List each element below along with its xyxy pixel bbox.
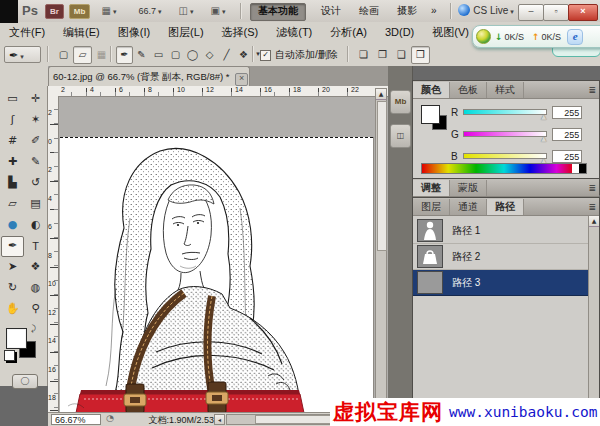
swap-colors-icon[interactable]: ⤸ <box>31 324 36 334</box>
workspace-more-button[interactable]: » <box>428 3 440 19</box>
horizontal-ruler[interactable]: 2 4 6 8 10 12 14 16 18 20 22 <box>58 86 388 97</box>
dodge-tool[interactable]: ◐ <box>24 215 47 236</box>
brush-tool[interactable]: ✎ <box>24 152 47 173</box>
path-name[interactable]: 路径 2 <box>452 250 480 264</box>
menu-analysis[interactable]: 分析(A) <box>321 22 376 43</box>
screen-mode-button[interactable]: ▣▾ <box>204 3 232 19</box>
paths-mode-button[interactable]: ▱ <box>73 46 92 64</box>
collapsed-panel-icon[interactable]: ◫ <box>390 124 411 148</box>
minimize-button[interactable]: – <box>518 4 544 21</box>
document-canvas[interactable] <box>60 137 373 413</box>
path-thumbnail[interactable] <box>417 219 443 242</box>
view-extras-button[interactable]: ◫▾ <box>172 3 200 19</box>
path-thumbnail[interactable] <box>417 245 443 268</box>
menu-image[interactable]: 图像(I) <box>109 22 159 43</box>
scroll-up-icon[interactable]: ▲ <box>589 216 599 227</box>
tab-styles[interactable]: 样式 <box>487 82 524 98</box>
menu-edit[interactable]: 编辑(E) <box>54 22 109 43</box>
menu-filter[interactable]: 滤镜(T) <box>267 22 321 43</box>
pen-tool-button[interactable]: ✒ <box>116 46 133 64</box>
tab-color[interactable]: 颜色 <box>413 82 450 98</box>
spectrum-white-cell[interactable] <box>572 164 579 173</box>
green-channel-value[interactable]: 255 <box>552 128 582 141</box>
blue-channel-slider[interactable] <box>463 153 547 159</box>
shape-layers-mode-button[interactable]: ▢ <box>54 46 73 64</box>
path-row-1[interactable]: 路径 1 <box>413 218 590 244</box>
title-bar[interactable]: Ps Br Mb ▦▾ 66.7▾ ◫▾ ▣▾ 基本功能 设计 绘画 摄影 » … <box>0 0 600 23</box>
workspace-photography[interactable]: 摄影 <box>390 3 424 19</box>
mini-bridge-button[interactable]: Mb <box>69 4 90 19</box>
toolbox-header[interactable] <box>0 66 49 86</box>
red-channel-value[interactable]: 255 <box>552 106 582 119</box>
paths-scrollbar[interactable]: ▲ <box>588 216 599 399</box>
spectrum-black-cell[interactable] <box>579 164 586 173</box>
zoom-level-dropdown[interactable]: 66.7▾ <box>132 3 168 19</box>
rectangular-marquee-tool[interactable]: ▭ <box>1 89 24 110</box>
blue-channel-value[interactable]: 255 <box>552 150 582 163</box>
eyedropper-tool[interactable]: ✐ <box>24 131 47 152</box>
rectangle-tool-button[interactable]: ▭ <box>150 46 167 64</box>
network-speed-overlay[interactable]: ↓ 0K/S ↑ 0K/S e <box>472 25 600 48</box>
status-zoom-field[interactable]: 66.67% <box>51 414 101 425</box>
panel-menu-icon[interactable]: ≣ <box>588 199 596 215</box>
tab-swatches[interactable]: 色板 <box>450 82 487 98</box>
zoom-tool[interactable]: ⚲ <box>24 299 47 320</box>
history-brush-tool[interactable]: ↺ <box>24 173 47 194</box>
freeform-pen-tool-button[interactable]: ✎ <box>133 46 150 64</box>
tab-masks[interactable]: 蒙版 <box>450 180 487 196</box>
path-selection-tool[interactable]: ➤ <box>1 257 24 278</box>
scroll-up-icon[interactable]: ▲ <box>376 89 386 100</box>
foreground-color-swatch[interactable] <box>421 105 440 124</box>
fill-pixels-mode-button[interactable]: ▦ <box>92 46 111 64</box>
healing-brush-tool[interactable]: ✚ <box>1 152 24 173</box>
cs-live-button[interactable]: CS Live▾ <box>457 3 515 19</box>
auto-add-delete-checkbox[interactable]: ✓ <box>260 50 271 61</box>
menu-3d[interactable]: 3D(D) <box>376 22 423 43</box>
lasso-tool[interactable]: ʃ <box>1 110 24 131</box>
workspace-painting[interactable]: 绘画 <box>352 3 386 19</box>
bridge-button[interactable]: Br <box>45 4 64 19</box>
rotate-view-tool[interactable]: ↻ <box>1 278 24 299</box>
document-tab[interactable]: 60-12.jpg @ 66.7% (背景 副本, RGB/8#) * × <box>48 66 250 86</box>
slider-thumb-icon[interactable]: ▲ <box>541 113 546 121</box>
scroll-left-icon[interactable]: ◂ <box>214 414 225 425</box>
crop-tool[interactable]: # <box>1 131 24 152</box>
gradient-tool[interactable]: ▤ <box>24 194 47 215</box>
tool-preset-picker[interactable]: ✒▾ <box>4 46 41 63</box>
path-thumbnail[interactable] <box>417 271 443 294</box>
tab-adjustments[interactable]: 调整 <box>413 180 450 196</box>
panel-menu-icon[interactable]: ≣ <box>588 82 596 98</box>
path-name[interactable]: 路径 3 <box>452 276 480 290</box>
intersect-path-area-button[interactable]: ❑ <box>392 46 411 64</box>
browser-icon[interactable]: e <box>567 29 583 45</box>
tab-paths[interactable]: 路径 <box>487 199 524 215</box>
arrange-documents-button[interactable]: ▦▾ <box>95 3 123 19</box>
move-tool[interactable]: ✛ <box>24 89 47 110</box>
workspace-essentials[interactable]: 基本功能 <box>250 3 306 21</box>
tab-channels[interactable]: 通道 <box>450 199 487 215</box>
default-colors-icon[interactable] <box>4 350 15 361</box>
shape-tool[interactable]: ❖ <box>24 257 47 278</box>
rounded-rectangle-tool-button[interactable]: ▢ <box>167 46 184 64</box>
ellipse-tool-button[interactable]: ◯ <box>184 46 201 64</box>
exclude-path-area-button[interactable]: ❒ <box>411 46 430 64</box>
menu-file[interactable]: 文件(F) <box>0 22 54 43</box>
path-row-2[interactable]: 路径 2 <box>413 244 590 270</box>
red-channel-slider[interactable] <box>463 109 547 115</box>
panel-menu-icon[interactable]: ≣ <box>588 180 596 196</box>
menu-select[interactable]: 选择(S) <box>213 22 268 43</box>
clone-stamp-tool[interactable]: ▙ <box>1 173 24 194</box>
mini-bridge-panel-icon[interactable]: Mb <box>390 90 411 114</box>
menu-layer[interactable]: 图层(L) <box>159 22 212 43</box>
path-name[interactable]: 路径 1 <box>452 224 480 238</box>
workspace-design[interactable]: 设计 <box>314 3 348 19</box>
slider-thumb-icon[interactable]: ▲ <box>541 135 546 143</box>
close-button[interactable]: × <box>568 4 598 21</box>
restore-button[interactable]: ▫ <box>543 4 569 21</box>
vertical-ruler[interactable]: 2 0 2 4 6 8 10 12 14 16 18 <box>48 96 59 412</box>
path-row-3-selected[interactable]: 路径 3 <box>413 270 590 296</box>
horizontal-scroll-thumb[interactable] <box>255 415 333 424</box>
quick-mask-button[interactable]: ◯ <box>12 374 38 389</box>
custom-shape-tool-button[interactable]: ❖ <box>235 46 252 64</box>
eraser-tool[interactable]: ▱ <box>1 194 24 215</box>
